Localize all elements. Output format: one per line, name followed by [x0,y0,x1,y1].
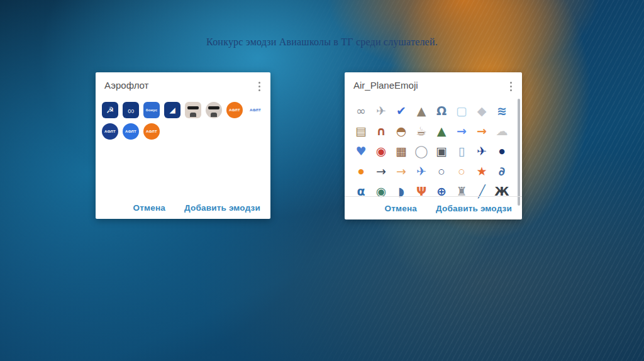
aflt-orange-badge-1[interactable]: АФЛТ [226,102,243,118]
emoji-dialog-airplane: Air_PlaneEmoji ∞✈✔▲Ω▢◆≋▤∩◓☕▲→→☁♥◉▦◯▣▯✈●●… [345,72,522,219]
blue-heart-emoji[interactable]: ♥ [351,141,371,161]
arrow-right-blue-emoji[interactable]: → [452,121,472,141]
wing-badge-icon: ◢ [169,106,175,114]
person-photo-square[interactable] [185,102,201,118]
shell-white-emoji[interactable]: ☁ [492,121,512,141]
emoji-grid: ∞✈✔▲Ω▢◆≋▤∩◓☕▲→→☁♥◉▦◯▣▯✈●●→→✈○○★∂α◉◗Ψ⊕♜╱Ж [345,97,522,201]
aflt-orange-badge-1-label: АФЛТ [229,108,240,112]
plane-sculpture-emoji[interactable]: ✈ [371,101,391,121]
wing-badge[interactable]: ◢ [164,102,180,118]
scrollbar[interactable] [518,99,520,206]
aflt-navy-badge-label: АФЛТ [104,130,116,133]
sticker-dialog-aeroflot: Аэрофлот ☭∞бонус◢АФЛТАФЛТАФЛТАФЛТАФЛТ От… [96,72,270,219]
person-photo-round[interactable] [206,102,222,118]
sticker-grid: ☭∞бонус◢АФЛТАФЛТАФЛТАФЛТАФЛТ [96,97,270,140]
kebab-menu-icon[interactable] [508,80,514,93]
starfish-emoji[interactable]: ★ [472,161,492,181]
arrow-right-orange-emoji[interactable]: → [472,121,492,141]
aeroflot-wings-badge-icon: ☭ [106,106,114,114]
pine-tree-emoji[interactable]: ▲ [431,121,452,141]
mountain-emoji[interactable]: ▲ [411,101,431,121]
smartphone-emoji[interactable]: ▯ [452,141,472,161]
plane-window-emoji[interactable]: ◯ [411,141,431,161]
kebab-menu-icon[interactable] [256,80,263,93]
airplane-blue-emoji[interactable]: ✈ [472,141,492,161]
lantern-emoji[interactable]: ◉ [371,141,391,161]
ice-cube-emoji[interactable]: ▢ [452,101,472,121]
knot-emoji[interactable]: ∞ [351,101,371,121]
check-mark-emoji[interactable]: ✔ [391,101,411,121]
bonus-badge[interactable]: бонус [143,102,160,118]
arrow-right-dark-emoji[interactable]: → [371,161,391,181]
coffee-emoji[interactable]: ☕ [411,121,431,141]
aflt-orange-badge-2-label: АФЛТ [146,130,157,133]
wave-emoji[interactable]: ≋ [492,101,512,121]
dialog-header: Air_PlaneEmoji [345,72,522,97]
aeroflot-wings-badge[interactable]: ☭ [102,102,118,118]
ring-dark-emoji[interactable]: ○ [431,161,452,181]
food-bowl-emoji[interactable]: ◓ [391,121,411,141]
dialog-footer: Отмена Добавить эмодзи [345,196,522,219]
cancel-button[interactable]: Отмена [384,204,416,213]
swirl-logo-badge-icon: ∞ [128,106,135,115]
pillow-emoji[interactable]: ◆ [472,101,492,121]
dot-orange-emoji[interactable]: ● [351,161,371,181]
dialog-header: Аэрофлот [96,72,270,97]
add-emoji-button[interactable]: Добавить эмодзи [436,204,512,213]
suitcase-emoji[interactable]: ▦ [391,141,411,161]
dialog-footer: Отмена Добавить эмодзи [96,196,270,219]
slide-title: Конкурс эмодзи Авиашколы в ТГ среди слуш… [0,36,644,48]
ring-orange-emoji[interactable]: ○ [452,161,472,181]
spiral-shell-emoji[interactable]: ∂ [492,161,512,181]
cancel-button[interactable]: Отмена [133,203,165,213]
aflt-blue-badge[interactable]: АФЛТ [123,123,139,140]
camera-emoji[interactable]: ▣ [431,141,452,161]
bonus-badge-label: бонус [146,108,158,112]
add-emoji-button[interactable]: Добавить эмодзи [184,203,260,213]
aflt-navy-badge[interactable]: АФЛТ [102,123,118,140]
headphones-emoji[interactable]: Ω [431,101,452,121]
dialog-title: Air_PlaneEmoji [353,80,418,91]
aflt-orange-badge-2[interactable]: АФЛТ [143,123,160,140]
dot-blue-emoji[interactable]: ● [492,141,512,161]
airplane-outline-emoji[interactable]: ✈ [411,161,431,181]
presentation-slide: Конкурс эмодзи Авиашколы в ТГ среди слуш… [0,0,644,361]
dialog-title: Аэрофлот [104,80,149,91]
swirl-logo-badge[interactable]: ∞ [123,102,139,118]
aflt-light-logo-label: АФЛТ [250,108,261,112]
books-emoji[interactable]: ▤ [351,121,371,141]
aflt-blue-badge-label: АФЛТ [125,130,136,133]
arrow-thin-orange-emoji[interactable]: → [391,161,411,181]
sausage-emoji[interactable]: ∩ [371,121,391,141]
aflt-light-logo[interactable]: АФЛТ [247,102,264,118]
